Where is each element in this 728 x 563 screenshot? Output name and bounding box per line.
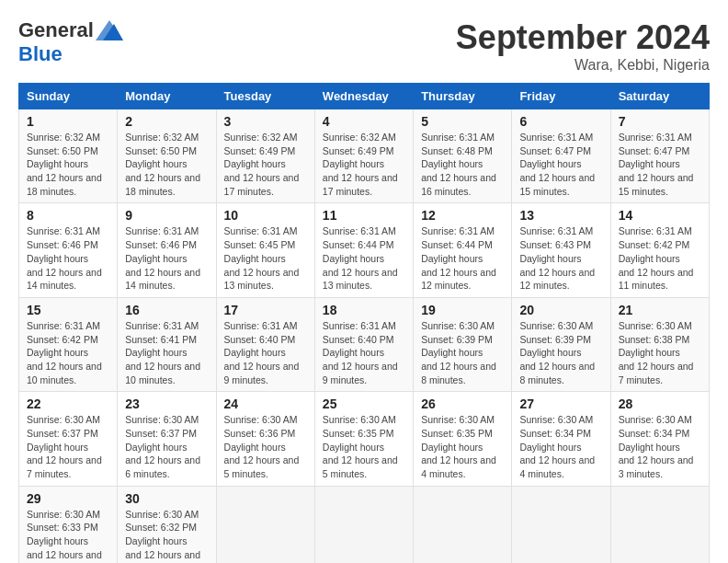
day-info: Sunrise: 6:30 AMSunset: 6:34 PMDaylight … — [619, 414, 694, 479]
day-number: 4 — [323, 114, 405, 129]
calendar-cell: 23 Sunrise: 6:30 AMSunset: 6:37 PMDaylig… — [118, 392, 216, 486]
day-number: 20 — [519, 303, 602, 317]
column-header-saturday: Saturday — [610, 84, 709, 109]
calendar-cell: 19 Sunrise: 6:30 AMSunset: 6:39 PMDaylig… — [414, 297, 512, 391]
day-number: 27 — [519, 396, 602, 411]
calendar-week-5: 29 Sunrise: 6:30 AMSunset: 6:33 PMDaylig… — [19, 486, 710, 563]
day-info: Sunrise: 6:31 AMSunset: 6:47 PMDaylight … — [519, 132, 595, 197]
day-number: 30 — [125, 491, 208, 506]
day-number: 23 — [125, 396, 208, 411]
calendar-cell — [216, 486, 314, 563]
calendar-cell — [414, 486, 512, 563]
day-info: Sunrise: 6:30 AMSunset: 6:34 PMDaylight … — [519, 414, 595, 479]
day-info: Sunrise: 6:31 AMSunset: 6:47 PMDaylight … — [619, 132, 694, 197]
logo-icon — [96, 20, 123, 40]
calendar-week-4: 22 Sunrise: 6:30 AMSunset: 6:37 PMDaylig… — [19, 392, 710, 486]
day-info: Sunrise: 6:31 AMSunset: 6:40 PMDaylight … — [224, 320, 300, 385]
day-number: 6 — [519, 114, 602, 129]
calendar-cell: 21 Sunrise: 6:30 AMSunset: 6:38 PMDaylig… — [610, 297, 709, 391]
calendar-cell: 18 Sunrise: 6:31 AMSunset: 6:40 PMDaylig… — [314, 297, 413, 391]
calendar-cell: 26 Sunrise: 6:30 AMSunset: 6:35 PMDaylig… — [414, 392, 512, 486]
calendar-cell: 3 Sunrise: 6:32 AMSunset: 6:49 PMDayligh… — [216, 109, 314, 203]
column-header-sunday: Sunday — [19, 84, 118, 109]
day-number: 9 — [125, 208, 208, 223]
day-number: 12 — [421, 208, 504, 223]
column-header-wednesday: Wednesday — [314, 84, 413, 109]
day-number: 8 — [27, 208, 109, 223]
column-header-monday: Monday — [118, 84, 216, 109]
day-number: 28 — [619, 396, 701, 411]
column-header-friday: Friday — [512, 84, 610, 109]
column-header-thursday: Thursday — [414, 84, 512, 109]
calendar-cell — [610, 486, 709, 563]
day-number: 17 — [224, 303, 307, 317]
logo: General Blue — [18, 18, 123, 66]
calendar-week-3: 15 Sunrise: 6:31 AMSunset: 6:42 PMDaylig… — [19, 297, 710, 391]
day-info: Sunrise: 6:32 AMSunset: 6:50 PMDaylight … — [125, 132, 200, 197]
day-info: Sunrise: 6:32 AMSunset: 6:49 PMDaylight … — [224, 132, 300, 197]
calendar-week-1: 1 Sunrise: 6:32 AMSunset: 6:50 PMDayligh… — [19, 109, 710, 203]
calendar-header-row: SundayMondayTuesdayWednesdayThursdayFrid… — [19, 84, 710, 109]
calendar-cell: 20 Sunrise: 6:30 AMSunset: 6:39 PMDaylig… — [512, 297, 610, 391]
day-info: Sunrise: 6:31 AMSunset: 6:42 PMDaylight … — [619, 225, 694, 291]
calendar-cell: 24 Sunrise: 6:30 AMSunset: 6:36 PMDaylig… — [216, 392, 314, 486]
calendar-cell: 30 Sunrise: 6:30 AMSunset: 6:32 PMDaylig… — [118, 486, 216, 563]
calendar-cell: 14 Sunrise: 6:31 AMSunset: 6:42 PMDaylig… — [610, 203, 709, 297]
day-number: 29 — [27, 491, 109, 506]
calendar-cell — [314, 486, 413, 563]
day-info: Sunrise: 6:31 AMSunset: 6:45 PMDaylight … — [224, 225, 300, 291]
day-info: Sunrise: 6:30 AMSunset: 6:33 PMDaylight … — [27, 509, 102, 563]
day-number: 2 — [125, 114, 208, 129]
day-info: Sunrise: 6:31 AMSunset: 6:43 PMDaylight … — [519, 225, 595, 291]
day-info: Sunrise: 6:31 AMSunset: 6:48 PMDaylight … — [421, 132, 496, 197]
calendar-cell: 13 Sunrise: 6:31 AMSunset: 6:43 PMDaylig… — [512, 203, 610, 297]
day-info: Sunrise: 6:32 AMSunset: 6:50 PMDaylight … — [27, 132, 102, 197]
day-info: Sunrise: 6:30 AMSunset: 6:32 PMDaylight … — [125, 509, 200, 563]
day-number: 1 — [27, 114, 109, 129]
calendar-cell: 4 Sunrise: 6:32 AMSunset: 6:49 PMDayligh… — [314, 109, 413, 203]
day-info: Sunrise: 6:30 AMSunset: 6:37 PMDaylight … — [125, 414, 200, 479]
day-info: Sunrise: 6:30 AMSunset: 6:36 PMDaylight … — [224, 414, 300, 479]
day-info: Sunrise: 6:30 AMSunset: 6:35 PMDaylight … — [421, 414, 496, 479]
day-number: 26 — [421, 396, 504, 411]
day-info: Sunrise: 6:30 AMSunset: 6:39 PMDaylight … — [421, 320, 496, 385]
day-info: Sunrise: 6:32 AMSunset: 6:49 PMDaylight … — [323, 132, 398, 197]
day-number: 18 — [323, 303, 405, 317]
day-number: 19 — [421, 303, 504, 317]
day-number: 21 — [619, 303, 701, 317]
calendar-cell: 17 Sunrise: 6:31 AMSunset: 6:40 PMDaylig… — [216, 297, 314, 391]
day-number: 14 — [619, 208, 701, 223]
calendar-cell: 11 Sunrise: 6:31 AMSunset: 6:44 PMDaylig… — [314, 203, 413, 297]
calendar-cell: 7 Sunrise: 6:31 AMSunset: 6:47 PMDayligh… — [610, 109, 709, 203]
day-number: 24 — [224, 396, 307, 411]
calendar-cell: 6 Sunrise: 6:31 AMSunset: 6:47 PMDayligh… — [512, 109, 610, 203]
title-section: September 2024 Wara, Kebbi, Nigeria — [456, 18, 710, 74]
day-number: 7 — [619, 114, 701, 129]
calendar-cell: 10 Sunrise: 6:31 AMSunset: 6:45 PMDaylig… — [216, 203, 314, 297]
day-number: 22 — [27, 396, 109, 411]
day-info: Sunrise: 6:31 AMSunset: 6:44 PMDaylight … — [421, 225, 496, 291]
day-number: 13 — [519, 208, 602, 223]
logo-blue: Blue — [18, 42, 63, 66]
calendar-cell: 15 Sunrise: 6:31 AMSunset: 6:42 PMDaylig… — [19, 297, 118, 391]
calendar-cell: 1 Sunrise: 6:32 AMSunset: 6:50 PMDayligh… — [19, 109, 118, 203]
day-number: 15 — [27, 303, 109, 317]
day-info: Sunrise: 6:31 AMSunset: 6:42 PMDaylight … — [27, 320, 102, 385]
calendar-cell: 22 Sunrise: 6:30 AMSunset: 6:37 PMDaylig… — [19, 392, 118, 486]
day-info: Sunrise: 6:30 AMSunset: 6:39 PMDaylight … — [519, 320, 595, 385]
location: Wara, Kebbi, Nigeria — [456, 57, 710, 74]
day-number: 5 — [421, 114, 504, 129]
calendar-week-2: 8 Sunrise: 6:31 AMSunset: 6:46 PMDayligh… — [19, 203, 710, 297]
calendar-cell: 8 Sunrise: 6:31 AMSunset: 6:46 PMDayligh… — [19, 203, 118, 297]
calendar-cell: 25 Sunrise: 6:30 AMSunset: 6:35 PMDaylig… — [314, 392, 413, 486]
column-header-tuesday: Tuesday — [216, 84, 314, 109]
day-info: Sunrise: 6:30 AMSunset: 6:35 PMDaylight … — [323, 414, 398, 479]
calendar-cell: 28 Sunrise: 6:30 AMSunset: 6:34 PMDaylig… — [610, 392, 709, 486]
day-number: 16 — [125, 303, 208, 317]
day-number: 25 — [323, 396, 405, 411]
day-number: 3 — [224, 114, 307, 129]
calendar-cell: 16 Sunrise: 6:31 AMSunset: 6:41 PMDaylig… — [118, 297, 216, 391]
calendar-cell: 5 Sunrise: 6:31 AMSunset: 6:48 PMDayligh… — [414, 109, 512, 203]
day-info: Sunrise: 6:31 AMSunset: 6:46 PMDaylight … — [27, 225, 102, 291]
calendar-table: SundayMondayTuesdayWednesdayThursdayFrid… — [18, 83, 710, 563]
